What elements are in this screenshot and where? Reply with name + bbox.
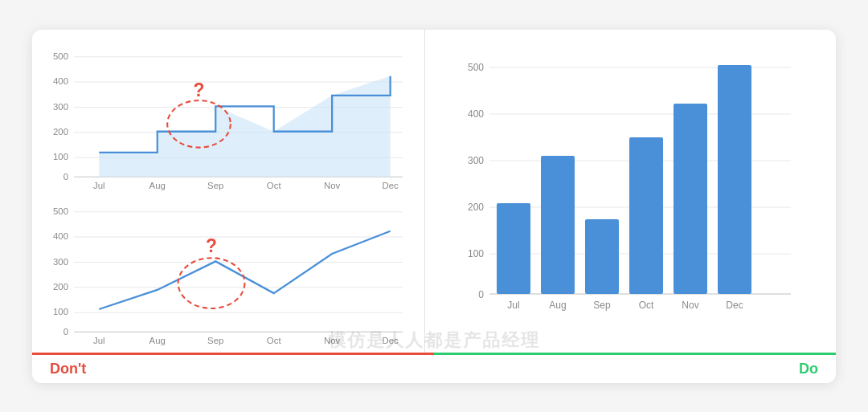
svg-text:500: 500 xyxy=(468,62,484,73)
right-panel: 500 400 300 200 100 0 xyxy=(425,30,837,353)
step-chart: 500 400 300 200 100 0 xyxy=(45,44,411,191)
svg-text:Nov: Nov xyxy=(324,335,341,345)
svg-text:Dec: Dec xyxy=(727,300,743,311)
main-container: 500 400 300 200 100 0 xyxy=(32,30,836,383)
svg-text:100: 100 xyxy=(468,248,484,259)
svg-text:300: 300 xyxy=(468,155,484,166)
svg-rect-58 xyxy=(585,219,619,294)
svg-text:Nov: Nov xyxy=(324,180,341,190)
svg-text:Oct: Oct xyxy=(267,335,282,345)
svg-text:Jul: Jul xyxy=(93,180,105,190)
svg-marker-13 xyxy=(99,75,390,176)
svg-text:Sep: Sep xyxy=(207,335,223,345)
svg-text:Dec: Dec xyxy=(382,335,399,345)
svg-text:300: 300 xyxy=(53,256,68,266)
svg-text:Aug: Aug xyxy=(149,180,166,190)
svg-text:Aug: Aug xyxy=(149,335,166,345)
svg-point-35 xyxy=(178,258,245,308)
svg-rect-61 xyxy=(718,65,751,294)
svg-text:200: 200 xyxy=(53,281,68,291)
svg-text:200: 200 xyxy=(468,202,484,213)
svg-text:Jul: Jul xyxy=(508,300,520,311)
svg-text:0: 0 xyxy=(63,327,68,337)
left-panel: 500 400 300 200 100 0 xyxy=(32,30,425,353)
line-chart: 500 400 300 200 100 0 xyxy=(45,199,411,346)
bottom-labels: Don't Do xyxy=(32,353,836,383)
svg-text:100: 100 xyxy=(53,152,68,161)
svg-text:Sep: Sep xyxy=(207,180,223,190)
svg-text:300: 300 xyxy=(53,101,68,111)
svg-text:400: 400 xyxy=(53,231,68,241)
svg-text:?: ? xyxy=(206,235,217,255)
svg-text:500: 500 xyxy=(53,51,68,60)
bar-chart: 500 400 300 200 100 0 xyxy=(461,53,799,342)
svg-text:100: 100 xyxy=(53,307,68,316)
step-chart-wrap: 500 400 300 200 100 0 xyxy=(45,44,411,191)
svg-text:0: 0 xyxy=(479,289,485,300)
svg-text:Nov: Nov xyxy=(682,300,699,311)
svg-rect-57 xyxy=(541,156,575,294)
svg-text:400: 400 xyxy=(53,76,68,86)
svg-text:Aug: Aug xyxy=(550,300,567,311)
charts-row: 500 400 300 200 100 0 xyxy=(32,30,836,353)
svg-text:Oct: Oct xyxy=(267,180,282,190)
svg-text:Oct: Oct xyxy=(639,300,654,311)
svg-text:Dec: Dec xyxy=(382,180,399,190)
svg-rect-59 xyxy=(629,137,663,294)
svg-text:0: 0 xyxy=(63,172,68,182)
svg-text:400: 400 xyxy=(468,108,484,120)
dont-label: Don't xyxy=(32,353,434,383)
svg-text:500: 500 xyxy=(53,206,68,215)
do-label: Do xyxy=(434,353,836,383)
svg-text:Jul: Jul xyxy=(93,335,105,345)
svg-rect-56 xyxy=(497,203,530,294)
svg-rect-60 xyxy=(674,104,707,294)
svg-text:?: ? xyxy=(194,79,205,100)
line-chart-wrap: 500 400 300 200 100 0 xyxy=(45,199,411,346)
svg-text:Sep: Sep xyxy=(594,300,612,311)
svg-text:200: 200 xyxy=(53,126,68,136)
